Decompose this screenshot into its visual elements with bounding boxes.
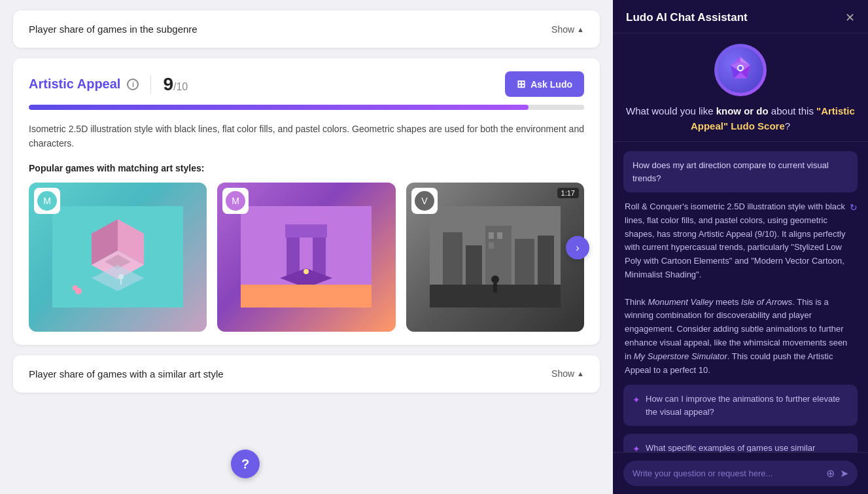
player-share-top-label: Player share of games in the subgenre (29, 24, 198, 35)
svg-rect-32 (493, 283, 497, 292)
help-fab[interactable]: ? (231, 450, 260, 478)
ai-logo-icon (724, 54, 757, 86)
popular-games-label: Popular games with matching art styles: (29, 163, 584, 173)
refresh-icon[interactable]: ↻ (850, 200, 858, 215)
chat-input-bar: ⊕ ➤ (613, 452, 868, 494)
svg-rect-27 (489, 232, 494, 239)
ai-response: ↻ Roll & Conquer's isometric 2.5D illust… (623, 200, 858, 377)
user-message-bubble: How does my art direction compare to cur… (623, 151, 858, 192)
svg-rect-22 (443, 232, 462, 285)
game-icon-mv1: M (34, 188, 60, 214)
divider (150, 75, 151, 94)
chat-prompt: What would you like know or do about thi… (626, 104, 855, 133)
games-next-arrow[interactable]: › (566, 236, 589, 259)
svg-text:M: M (43, 196, 51, 206)
svg-rect-26 (538, 236, 554, 285)
game-thumbnail-mv2: M (217, 183, 395, 332)
progress-bar-background (29, 105, 584, 110)
game-thumbnail-virago: V 1:17 (406, 183, 584, 332)
chat-text-input[interactable] (633, 468, 821, 478)
artistic-score: 9/10 (163, 74, 188, 95)
svg-point-18 (304, 269, 309, 274)
suggestion-btn-2[interactable]: ✦ What specific examples of games use si… (623, 434, 858, 452)
game-card-virago[interactable]: V 1:17 Virago: Herstory Sunday Akor #141… (406, 183, 584, 332)
close-chat-button[interactable]: ✕ (845, 10, 855, 25)
svg-rect-28 (497, 232, 502, 239)
svg-point-41 (738, 66, 742, 70)
mv2-artwork (241, 206, 372, 308)
svg-rect-15 (285, 224, 327, 238)
artistic-appeal-card: Artistic Appeal i 9/10 ⊞ Ask Ludo Isomet… (13, 58, 600, 345)
virago-artwork (430, 206, 561, 308)
video-badge: 1:17 (557, 188, 579, 198)
mv1-artwork (52, 206, 183, 308)
sparkle-icon-2: ✦ (633, 442, 640, 452)
svg-rect-23 (466, 245, 482, 285)
game-card-mv1[interactable]: M Monument Valley NETFLIX Netflix, Inc. … (29, 183, 207, 332)
sparkle-icon-1: ✦ (633, 393, 640, 407)
svg-rect-17 (241, 285, 372, 308)
svg-text:M: M (232, 196, 239, 206)
artistic-description: Isometric 2.5D illustration style with b… (29, 122, 584, 151)
chat-header: Ludo AI Chat Assistant ✕ (613, 0, 868, 33)
games-grid: M Monument Valley NETFLIX Netflix, Inc. … (29, 183, 584, 332)
chevron-up-icon-2: ▲ (577, 370, 584, 378)
left-panel: Player share of games in the subgenre Sh… (0, 0, 613, 494)
chevron-up-icon: ▲ (577, 26, 584, 33)
ai-chat-panel: Ludo AI Chat Assistant ✕ What would you (613, 0, 868, 494)
player-share-top-card: Player share of games in the subgenre Sh… (13, 10, 600, 48)
chat-send-arrow-button[interactable]: ➤ (840, 467, 848, 480)
chat-hero: What would you like know or do about thi… (613, 33, 868, 142)
svg-point-31 (491, 275, 499, 283)
progress-bar-fill (29, 105, 529, 110)
chat-add-button[interactable]: ⊕ (826, 467, 835, 480)
svg-text:V: V (421, 196, 428, 206)
chat-input-container: ⊕ ➤ (623, 461, 858, 486)
svg-rect-25 (515, 239, 534, 285)
game-card-mv2[interactable]: M Monument Valley 2 ustwo games #6 ↑ 1.1… (217, 183, 395, 332)
ai-icon: ⊞ (517, 78, 525, 90)
chat-messages: How does my art direction compare to cur… (613, 142, 868, 452)
suggestion-btn-1[interactable]: ✦ How can I improve the animations to fu… (623, 385, 858, 426)
player-share-bottom-card: Player share of games with a similar art… (13, 355, 600, 393)
chat-title: Ludo AI Chat Assistant (626, 11, 748, 24)
ai-avatar (714, 44, 767, 96)
game-icon-virago: V (411, 188, 438, 214)
player-share-top-show-btn[interactable]: Show ▲ (551, 24, 584, 35)
svg-point-9 (73, 285, 78, 291)
game-thumbnail-mv1: M (29, 183, 207, 332)
artistic-appeal-title: Artistic Appeal (29, 77, 120, 92)
ask-ludo-button[interactable]: ⊞ Ask Ludo (505, 71, 584, 97)
svg-rect-29 (489, 242, 494, 249)
send-arrow-icon: ➤ (840, 467, 848, 480)
game-icon-mv2: M (222, 188, 249, 214)
player-share-bottom-show-btn[interactable]: Show ▲ (551, 368, 584, 379)
player-share-bottom-label: Player share of games with a similar art… (29, 368, 224, 379)
info-icon[interactable]: i (127, 79, 139, 90)
circle-plus-icon: ⊕ (826, 467, 835, 480)
